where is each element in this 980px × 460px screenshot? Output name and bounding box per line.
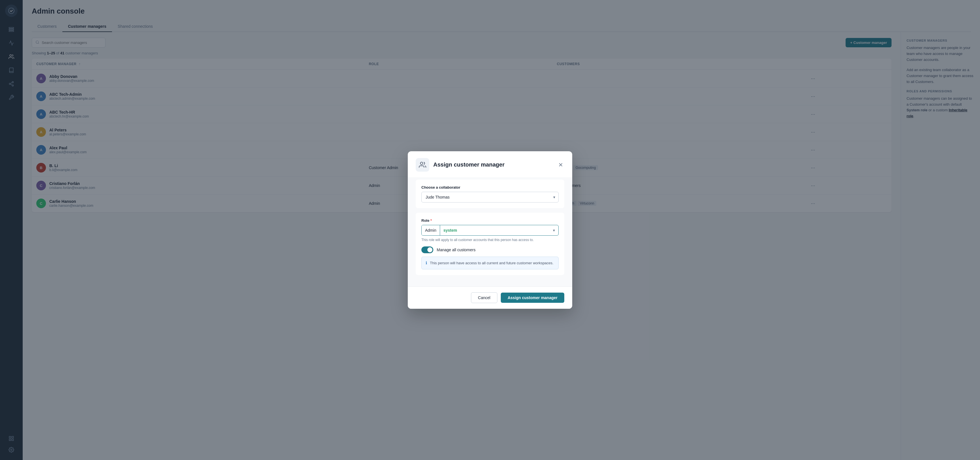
toggle-row: Manage all customers — [422, 246, 558, 253]
toggle-label: Manage all customers — [437, 247, 476, 252]
role-label: Role * — [422, 218, 558, 223]
role-prefix: Admin — [422, 225, 440, 235]
collaborator-section: Choose a collaborator Jude Thomas ▾ — [416, 179, 564, 208]
role-value: system — [440, 225, 550, 235]
role-select-wrap[interactable]: Admin system ▾ — [422, 225, 558, 236]
modal-close-button[interactable]: ✕ — [557, 161, 564, 169]
manage-all-customers-toggle[interactable] — [422, 246, 433, 253]
info-box-text: This person will have access to all curr… — [430, 260, 554, 266]
role-section: Role * Admin system ▾ This role will app… — [416, 213, 564, 275]
modal-icon — [416, 158, 429, 172]
modal-footer: Cancel Assign customer manager — [408, 286, 572, 309]
required-indicator: * — [430, 218, 432, 223]
role-hint: This role will apply to all customer acc… — [422, 238, 558, 242]
modal-body: Choose a collaborator Jude Thomas ▾ Role… — [408, 177, 572, 287]
collaborator-select[interactable]: Jude Thomas — [422, 192, 558, 203]
modal: Assign customer manager ✕ Choose a colla… — [408, 151, 572, 309]
info-icon: ℹ — [426, 260, 427, 265]
chevron-down-icon[interactable]: ▾ — [550, 225, 558, 235]
collaborator-label: Choose a collaborator — [422, 185, 558, 189]
modal-header: Assign customer manager ✕ — [408, 151, 572, 177]
collaborator-select-wrap: Jude Thomas ▾ — [422, 192, 558, 203]
assign-customer-manager-button[interactable]: Assign customer manager — [501, 293, 564, 303]
svg-point-17 — [420, 162, 423, 165]
modal-title: Assign customer manager — [433, 162, 553, 168]
modal-overlay[interactable]: Assign customer manager ✕ Choose a colla… — [0, 0, 980, 460]
cancel-button[interactable]: Cancel — [471, 292, 498, 303]
info-box: ℹ This person will have access to all cu… — [422, 257, 558, 270]
